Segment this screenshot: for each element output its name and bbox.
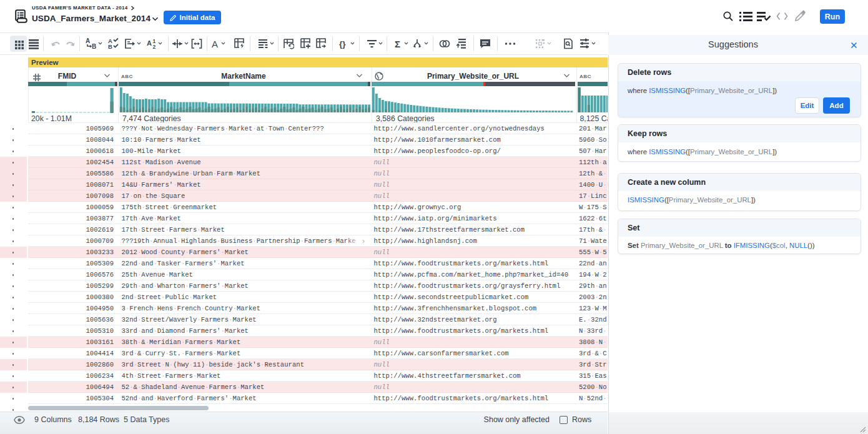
svg-text:{}: {} bbox=[339, 39, 346, 49]
svg-text:A: A bbox=[86, 37, 90, 44]
svg-text:A: A bbox=[212, 39, 218, 49]
svg-text:A: A bbox=[147, 39, 152, 47]
svg-text:2: 2 bbox=[153, 44, 156, 49]
svg-text:Σ: Σ bbox=[395, 39, 400, 49]
svg-text:B: B bbox=[108, 43, 112, 49]
svg-text:B: B bbox=[92, 43, 96, 49]
svg-text:1: 1 bbox=[153, 38, 156, 44]
